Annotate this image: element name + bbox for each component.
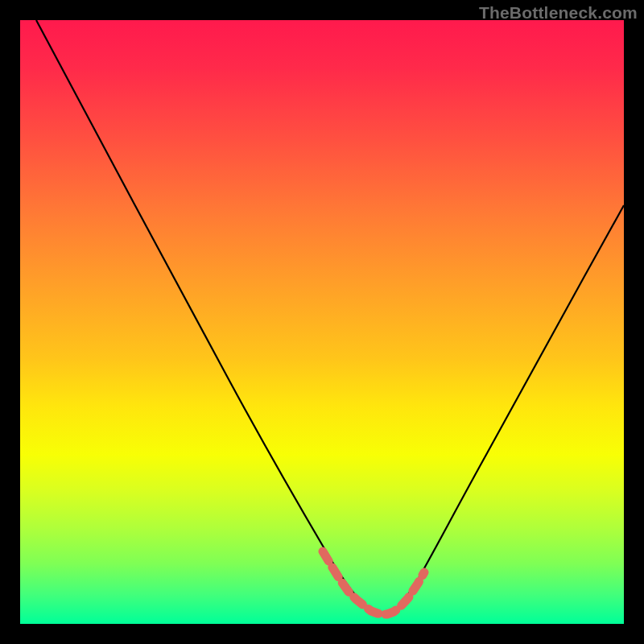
curve-svg [20,20,624,624]
watermark-text: TheBottleneck.com [479,3,638,23]
bottleneck-curve [36,20,624,615]
plot-area [20,20,624,624]
highlight-band [323,551,424,614]
chart-container: TheBottleneck.com [0,0,644,644]
